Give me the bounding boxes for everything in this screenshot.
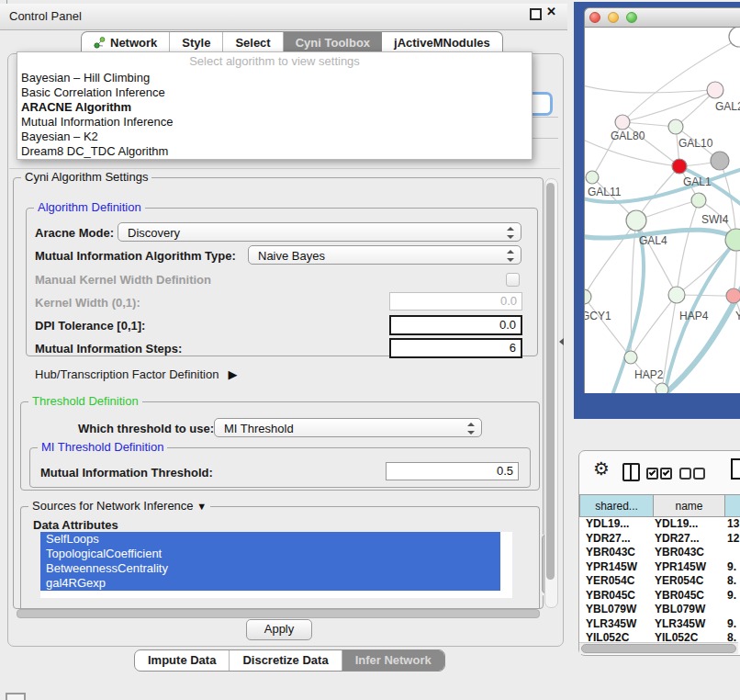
- table-row[interactable]: YPR145WYPR145W9.: [579, 560, 740, 575]
- node-gal80[interactable]: [615, 115, 630, 130]
- gear-icon[interactable]: ⚙: [593, 459, 610, 478]
- splitter-collapse-arrow[interactable]: [559, 338, 564, 345]
- table-cell[interactable]: YDL19...: [655, 517, 698, 532]
- algorithm-option[interactable]: Basic Correlation Inference: [17, 85, 532, 100]
- manual-kernel-width-checkbox[interactable]: [506, 273, 520, 287]
- node-hap2[interactable]: [624, 351, 637, 364]
- table-cell[interactable]: YPR145W: [655, 560, 706, 575]
- mi-algorithm-type-select[interactable]: Naive Bayes: [248, 245, 521, 265]
- table-cell[interactable]: YPR145W: [586, 560, 637, 575]
- table-row[interactable]: YER054CYER054C8.: [579, 574, 740, 589]
- algorithm-option[interactable]: Dream8 DC_TDC Algorithm: [17, 144, 532, 159]
- tab-discretize-data[interactable]: Discretize Data: [229, 650, 341, 671]
- node-top[interactable]: [729, 28, 740, 47]
- column-layout-icon[interactable]: [622, 463, 640, 481]
- table-horizontal-scrollbar[interactable]: [579, 642, 738, 654]
- data-attributes-list[interactable]: SelfLoopsTopologicalCoefficientBetweenne…: [40, 532, 512, 598]
- window-close-icon[interactable]: [589, 12, 600, 23]
- node-gal11[interactable]: [586, 171, 599, 184]
- settings-vertical-scrollbar[interactable]: [544, 178, 558, 608]
- scrollbar-thumb[interactable]: [17, 609, 540, 618]
- table-cell[interactable]: YBR043C: [655, 546, 704, 560]
- node-salmon[interactable]: [726, 288, 740, 303]
- node-gray[interactable]: [711, 152, 729, 170]
- algorithm-option[interactable]: ARACNE Algorithm: [17, 100, 532, 115]
- table-cell[interactable]: YDR27...: [586, 532, 631, 547]
- tab-cyni-toolbox[interactable]: Cyni Toolbox: [283, 32, 382, 53]
- collapsed-panel-icon[interactable]: [6, 693, 26, 700]
- node-gal2[interactable]: [707, 82, 723, 98]
- table-cell[interactable]: 8.: [727, 574, 736, 589]
- attribute-list-item-selected[interactable]: gal4RGexp: [40, 576, 500, 591]
- table-cell[interactable]: YBR043C: [586, 546, 635, 560]
- hub-definition-expander[interactable]: Hub/Transcription Factor Definition▶: [35, 367, 237, 381]
- table-cell[interactable]: 12: [727, 532, 739, 547]
- scrollbar-thumb[interactable]: [546, 183, 555, 580]
- kernel-width-field[interactable]: 0.0: [389, 292, 522, 310]
- group-title[interactable]: Sources for Network Inference ▼: [28, 499, 210, 513]
- node-hap4[interactable]: [668, 287, 685, 303]
- table-cell[interactable]: YIL052C: [586, 631, 629, 642]
- tab-network[interactable]: Network: [82, 32, 169, 53]
- deselect-all-checkbox-icon[interactable]: [693, 468, 705, 480]
- network-canvas[interactable]: GAL2GAL80GAL10GAL1GAL11SWI4GAL4GCY1HAP4Y…: [584, 28, 740, 393]
- node-gal1[interactable]: [672, 159, 687, 174]
- table-cell[interactable]: 8.: [727, 631, 736, 642]
- table-cell[interactable]: YDL19...: [586, 517, 629, 532]
- float-panel-icon[interactable]: [530, 8, 542, 20]
- table-cell[interactable]: YIL052C: [655, 631, 698, 642]
- tab-impute-data[interactable]: Impute Data: [135, 650, 229, 671]
- table-row[interactable]: YIL052CYIL052C8.: [579, 631, 740, 642]
- table-cell[interactable]: YER054C: [655, 574, 703, 589]
- table-cell[interactable]: YBL079W: [655, 603, 705, 617]
- node-gal10[interactable]: [668, 119, 683, 134]
- settings-horizontal-scrollbar[interactable]: [15, 608, 544, 618]
- node-gal4[interactable]: [626, 210, 646, 231]
- column-header-partial[interactable]: [724, 494, 740, 517]
- table-cell[interactable]: YLR345W: [586, 617, 636, 632]
- tab-style[interactable]: Style: [169, 32, 222, 53]
- table-row[interactable]: YBR045CYBR045C9.: [579, 589, 740, 604]
- table-row[interactable]: YBR043CYBR043C: [579, 546, 740, 560]
- tab-infer-network[interactable]: Infer Network: [342, 650, 444, 671]
- dpi-tolerance-field[interactable]: 0.0: [389, 315, 522, 335]
- algorithm-option[interactable]: Mutual Information Inference: [17, 115, 532, 130]
- tab-jactivemnodules[interactable]: jActiveMNodules: [382, 32, 502, 53]
- aracne-mode-select[interactable]: Discovery: [118, 222, 521, 242]
- attribute-list-item-selected[interactable]: SelfLoops: [40, 532, 500, 547]
- table-row[interactable]: YBL079WYBL079W: [579, 603, 740, 617]
- table-cell[interactable]: YBR045C: [655, 589, 704, 604]
- table-cell[interactable]: 13: [727, 517, 739, 532]
- tab-select[interactable]: Select: [222, 32, 282, 53]
- window-minimize-icon[interactable]: [608, 12, 619, 23]
- node-gcy1[interactable]: [585, 289, 591, 304]
- scrollbar-thumb[interactable]: [581, 644, 736, 653]
- select-all-checkbox-icon[interactable]: [646, 468, 658, 480]
- window-zoom-icon[interactable]: [626, 12, 637, 23]
- table-row[interactable]: YDL19...YDL19...13: [579, 517, 740, 532]
- table-row[interactable]: YLR345WYLR345W9.: [579, 617, 740, 632]
- table-cell[interactable]: YBL079W: [586, 603, 636, 617]
- table-cell[interactable]: 9.: [727, 589, 736, 604]
- algorithm-option[interactable]: Bayesian – Hill Climbing: [17, 71, 532, 85]
- node-bottom[interactable]: [656, 383, 668, 393]
- deselect-all-checkbox-icon[interactable]: [679, 468, 691, 480]
- select-all-checkbox-icon[interactable]: [660, 468, 672, 480]
- document-icon[interactable]: [731, 458, 740, 480]
- table-cell[interactable]: YBR045C: [586, 589, 635, 604]
- column-header-shared-name[interactable]: shared...: [579, 494, 654, 517]
- table-cell[interactable]: YER054C: [586, 574, 634, 589]
- mi-steps-field[interactable]: 6: [389, 338, 522, 358]
- table-row[interactable]: YDR27...YDR27...12: [579, 532, 740, 547]
- mi-threshold-field[interactable]: 0.5: [386, 462, 519, 480]
- apply-button[interactable]: Apply: [246, 619, 312, 640]
- column-header-name[interactable]: name: [653, 494, 725, 517]
- table-cell[interactable]: 9.: [727, 560, 736, 575]
- close-icon[interactable]: ✕: [546, 5, 556, 18]
- table-cell[interactable]: YLR345W: [655, 617, 705, 632]
- attribute-list-item-selected[interactable]: BetweennessCentrality: [40, 561, 500, 576]
- algorithm-option[interactable]: Bayesian – K2: [17, 130, 532, 144]
- node-mid[interactable]: [691, 193, 706, 208]
- table-cell[interactable]: YDR27...: [655, 532, 700, 547]
- table-cell[interactable]: 9.: [727, 617, 736, 632]
